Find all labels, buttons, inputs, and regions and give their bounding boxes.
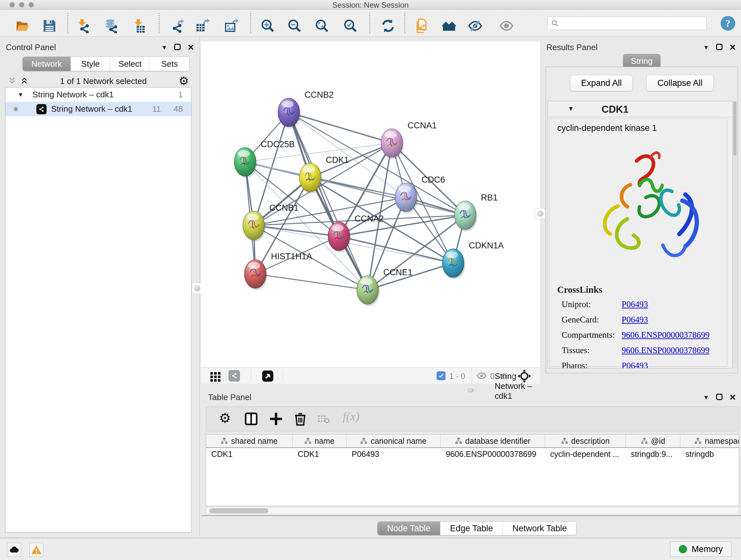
zoom-out-button[interactable] <box>287 18 302 33</box>
delete-column-button[interactable] <box>293 412 308 427</box>
crosslink-label: GeneCard: <box>562 315 622 325</box>
warnings-button[interactable] <box>29 543 44 557</box>
column-header[interactable]: database identifier <box>441 435 545 447</box>
home-button[interactable] <box>442 18 456 33</box>
crosslink-link[interactable]: 9606.ENSP00000378699 <box>622 330 710 340</box>
cell-description: cyclin-dependent ... <box>545 449 626 459</box>
tab-network[interactable]: Network <box>23 57 71 71</box>
tab-node-table[interactable]: Node Table <box>378 522 440 535</box>
results-panel-float-button[interactable] <box>716 44 723 51</box>
table-options-gear-icon[interactable]: ⚙ <box>219 412 231 425</box>
network-node-ccna1[interactable]: CCNA1 <box>381 121 437 159</box>
network-node-cdk1[interactable]: CDK1 <box>299 155 349 194</box>
function-builder-button[interactable]: f(x) <box>343 409 360 423</box>
table-row[interactable]: CDK1 CDK1 P06493 9606.ENSP00000378699 cy… <box>206 448 739 460</box>
crosslink-link[interactable]: P06493 <box>622 315 648 325</box>
network-node-rb1[interactable]: RB1 <box>455 193 498 232</box>
control-panel-close-button[interactable] <box>188 44 194 51</box>
grid-view-button[interactable] <box>209 370 221 383</box>
network-node-cdkn1a[interactable]: CDKN1A <box>442 241 504 279</box>
zoom-in-button[interactable] <box>260 18 275 33</box>
scrollbar-thumb[interactable] <box>209 508 268 513</box>
selected-indicator-checkbox[interactable] <box>436 371 446 380</box>
network-collection-row[interactable]: ▼ String Network – cdk1 1 <box>5 87 191 102</box>
status-bar: Memory <box>0 538 741 560</box>
table-panel-collapse-button[interactable]: ▼ <box>703 394 709 400</box>
control-panel-float-button[interactable] <box>174 44 181 51</box>
crosslink-link[interactable]: 9606.ENSP00000378699 <box>622 346 710 355</box>
zoom-fit-icon <box>315 18 329 33</box>
show-all-button[interactable] <box>499 18 514 33</box>
tab-sets[interactable]: Sets <box>150 57 189 71</box>
tab-edge-table[interactable]: Edge Table <box>440 522 502 535</box>
column-header[interactable]: description <box>545 435 626 447</box>
help-button[interactable]: ? <box>721 16 735 30</box>
control-panel-title: Control Panel <box>6 43 161 52</box>
node-details-header[interactable]: ▼ CDK1 <box>548 101 732 117</box>
column-header[interactable]: @id <box>626 435 680 447</box>
results-panel-close-button[interactable] <box>730 44 736 51</box>
tab-select[interactable]: Select <box>110 57 150 71</box>
export-table-button[interactable] <box>195 18 210 33</box>
column-header[interactable]: namespace <box>680 435 739 447</box>
column-header[interactable]: shared name <box>206 435 293 447</box>
table-panel-close-button[interactable] <box>730 394 736 400</box>
double-chevron-down-icon <box>8 77 16 85</box>
birds-eye-view-button[interactable] <box>262 370 274 383</box>
title-bar: Session: New Session <box>0 0 741 10</box>
toolbar-separator <box>158 13 159 33</box>
string-view-icon[interactable] <box>228 370 240 381</box>
table-panel-float-button[interactable] <box>716 394 723 401</box>
cloud-status-button[interactable] <box>7 543 21 557</box>
table-tabs: Node Table Edge Table Network Table <box>377 521 577 536</box>
tab-network-table[interactable]: Network Table <box>502 522 577 535</box>
import-network-file-button[interactable] <box>76 18 90 33</box>
control-panel-collapse-button[interactable]: ▼ <box>161 44 167 51</box>
tree-expand-icon[interactable]: ▼ <box>17 91 23 98</box>
table-panel: Table Panel ▼ ⚙ <box>201 388 741 516</box>
crosslink-link[interactable]: P06493 <box>622 361 648 368</box>
control-panel-tabs: Network Style Select Sets <box>22 57 190 71</box>
results-panel-collapse-button[interactable]: ▼ <box>703 44 709 51</box>
zoom-selected-button[interactable] <box>343 18 358 33</box>
zoom-fit-button[interactable] <box>315 18 329 33</box>
clone-network-button[interactable] <box>415 18 429 33</box>
import-table-icon <box>132 18 146 33</box>
network-view-canvas[interactable]: CCNB2CCNA1CDC25BCDK1CDC6RB1CCNB1CCNA2CDK… <box>201 42 540 367</box>
hide-selected-button[interactable] <box>468 18 482 33</box>
export-image-button[interactable] <box>224 18 239 33</box>
tab-string[interactable]: String <box>623 54 661 68</box>
export-table-icon <box>195 18 210 33</box>
table-horizontal-scrollbar[interactable] <box>206 507 739 515</box>
expand-all-networks-button[interactable] <box>20 77 28 85</box>
crosslink-link[interactable]: P06493 <box>622 300 648 309</box>
import-network-database-button[interactable] <box>104 18 118 33</box>
results-scrollbar[interactable] <box>733 101 737 368</box>
open-session-button[interactable] <box>15 18 30 33</box>
collapse-all-networks-button[interactable] <box>8 77 16 85</box>
create-column-button[interactable] <box>269 412 283 427</box>
expand-all-button[interactable]: Expand All <box>570 75 633 91</box>
crosslink-label: Tissues: <box>562 346 622 355</box>
column-header[interactable]: canonical name <box>347 435 441 447</box>
show-columns-button[interactable] <box>244 412 259 427</box>
network-options-gear-icon[interactable]: ⚙ <box>179 75 189 87</box>
collapse-all-button[interactable]: Collapse All <box>646 75 714 91</box>
memory-button[interactable]: Memory <box>670 542 731 557</box>
delete-table-button[interactable] <box>317 415 330 425</box>
column-header[interactable]: name <box>293 435 347 447</box>
import-table-button[interactable] <box>132 18 146 33</box>
search-input[interactable] <box>559 17 706 29</box>
collapse-entry-icon[interactable]: ▼ <box>568 105 574 112</box>
network-node-ccne1[interactable]: CCNE1 <box>357 267 413 306</box>
tab-style[interactable]: Style <box>71 57 110 71</box>
save-session-button[interactable] <box>42 18 57 33</box>
node-navigation-button[interactable] <box>518 369 531 384</box>
cloud-icon <box>9 544 19 555</box>
string-network-icon <box>37 104 47 114</box>
network-row[interactable]: String Network – cdk1 11 48 <box>5 102 191 116</box>
window-title: Session: New Session <box>0 1 741 10</box>
refresh-view-button[interactable] <box>381 18 395 33</box>
export-network-button[interactable] <box>170 18 185 33</box>
scrollbar-thumb[interactable] <box>733 102 737 156</box>
